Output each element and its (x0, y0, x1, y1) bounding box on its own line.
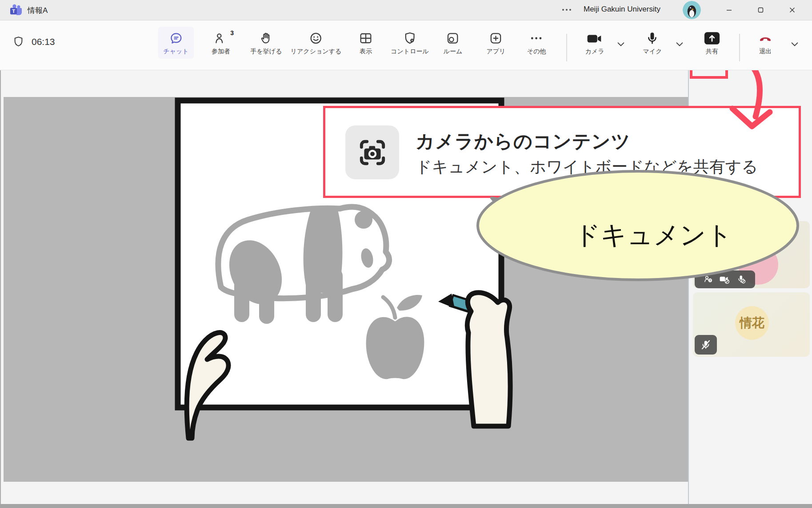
mic-off-icon (736, 274, 747, 284)
raise-hand-icon (259, 31, 273, 45)
more-button[interactable]: その他 (527, 30, 546, 56)
view-label: 表示 (360, 48, 372, 56)
mic-label: マイク (643, 48, 662, 56)
callout-subtitle: ドキュメント、ホワイトボードなどを共有する (416, 156, 758, 178)
chat-label: チャット (163, 48, 188, 56)
window-left-edge (0, 20, 1, 508)
titlebar-more-icon[interactable] (561, 6, 572, 13)
svg-text:T: T (12, 8, 15, 14)
titlebar: T 情報A Meiji Gakuin University (0, 0, 812, 20)
react-label: リアクションする (291, 48, 342, 56)
organization-name: Meiji Gakuin University (584, 5, 660, 14)
view-button[interactable]: 表示 (359, 30, 373, 56)
share-icon (704, 31, 720, 45)
teams-meeting-window: T 情報A Meiji Gakuin University (0, 0, 812, 508)
rooms-icon (446, 31, 460, 45)
participant-1-status-pill: ? (695, 270, 755, 288)
mic-off-icon (700, 339, 712, 351)
mic-chevron-icon[interactable] (676, 42, 684, 47)
shield-icon (12, 35, 24, 48)
mic-icon (645, 31, 660, 45)
window-bottom-edge (0, 504, 812, 508)
participants-label: 参加者 (212, 48, 230, 56)
chat-button[interactable]: チャット (158, 27, 194, 59)
camera-label: カメラ (585, 48, 604, 56)
leave-call-icon (757, 31, 773, 45)
participant-2-initials: 情花 (740, 314, 764, 331)
participant-2-avatar: 情花 (735, 306, 769, 340)
penguin-avatar-image (683, 1, 701, 19)
toolbar-divider (739, 34, 740, 61)
reaction-smiley-icon (309, 31, 323, 45)
camera-capture-icon (356, 136, 389, 169)
timer-value: 06:13 (32, 36, 55, 47)
view-grid-icon (359, 31, 373, 45)
leave-chevron-icon[interactable] (791, 42, 799, 47)
camera-off-icon (719, 274, 731, 284)
camera-button[interactable]: カメラ (585, 30, 604, 56)
attendee-question-icon: ? (703, 274, 714, 284)
more-label: その他 (527, 48, 546, 56)
raise-hand-button[interactable]: 手を挙げる (251, 30, 282, 56)
participant-tile-2[interactable]: 情花 (693, 292, 810, 357)
control-button[interactable]: コントロール (391, 30, 429, 56)
rooms-button[interactable]: ルーム (444, 30, 463, 56)
control-shield-gear-icon (403, 31, 417, 45)
content-from-camera-icon (345, 125, 399, 179)
leave-label: 退出 (759, 48, 772, 56)
close-button[interactable] (782, 0, 802, 20)
raise-hand-label: 手を挙げる (251, 48, 282, 56)
maximize-button[interactable] (750, 0, 771, 20)
svg-text:?: ? (709, 278, 712, 282)
share-camera-content-callout[interactable]: カメラからのコンテンツ ドキュメント、ホワイトボードなどを共有する (323, 106, 801, 198)
react-button[interactable]: リアクションする (291, 30, 342, 56)
participant-2-muted-badge (695, 335, 717, 355)
meeting-toolbar: 06:13 チャット 3 参加者 手を挙げる (0, 20, 812, 70)
meeting-timer: 06:13 (12, 35, 55, 48)
meeting-title: 情報A (28, 5, 48, 16)
mic-button[interactable]: マイク (643, 30, 662, 56)
camera-chevron-icon[interactable] (617, 42, 625, 47)
control-label: コントロール (391, 48, 429, 56)
callout-title: カメラからのコンテンツ (416, 129, 631, 154)
participants-count: 3 (230, 29, 234, 36)
share-button[interactable]: 共有 (704, 30, 720, 56)
user-avatar[interactable] (683, 1, 701, 19)
apps-label: アプリ (487, 48, 506, 56)
toolbar-divider (566, 34, 567, 61)
rooms-label: ルーム (444, 48, 463, 56)
apps-button[interactable]: アプリ (487, 30, 506, 56)
share-label: 共有 (706, 48, 718, 56)
teams-app-icon: T (9, 3, 23, 17)
participants-icon (214, 31, 228, 45)
minimize-button[interactable] (719, 0, 739, 20)
participants-button[interactable]: 3 参加者 (212, 30, 230, 56)
camera-icon (587, 32, 603, 45)
apps-plus-icon (489, 31, 503, 45)
more-dots-icon (529, 31, 544, 45)
leave-button[interactable]: 退出 (757, 30, 773, 56)
chat-icon (169, 31, 183, 45)
